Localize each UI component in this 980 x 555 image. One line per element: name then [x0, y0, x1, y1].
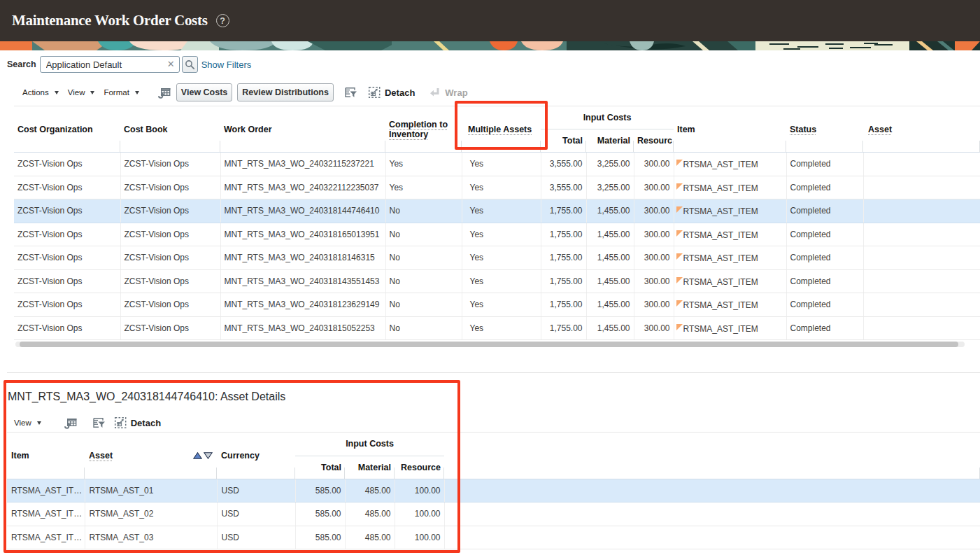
cell-total[interactable]: 585.00: [295, 526, 345, 549]
detail-column-header-material[interactable]: Material: [345, 456, 395, 479]
cell-cost-organization[interactable]: ZCST-Vision Ops: [14, 199, 120, 223]
cell-cost-book[interactable]: ZCST-Vision Ops: [120, 153, 220, 176]
column-header-completion-to-inventory[interactable]: Completion to Inventory: [385, 106, 462, 153]
cell-cost-book[interactable]: ZCST-Vision Ops: [120, 223, 220, 246]
cell-completion-to-inventory[interactable]: Yes: [385, 153, 462, 176]
clear-search-icon[interactable]: ✕: [167, 59, 175, 70]
cell-completion-to-inventory[interactable]: No: [385, 223, 462, 246]
cell-work-order[interactable]: MNT_RTS_MA3_WO_240318123629149: [220, 293, 385, 317]
cell-item[interactable]: RTSMA_AST_ITEM: [674, 269, 786, 293]
cell-status[interactable]: Completed: [786, 246, 863, 270]
cell-work-order[interactable]: MNT_RTS_MA3_WO_24032115237221: [220, 153, 385, 176]
cell-resource[interactable]: 300.00: [634, 176, 674, 199]
help-icon[interactable]: ?: [216, 14, 229, 27]
actions-menu[interactable]: Actions: [22, 88, 59, 97]
cell-status[interactable]: Completed: [786, 176, 863, 199]
detach-label[interactable]: Detach: [385, 87, 415, 98]
work-order-row[interactable]: ZCST-Vision Ops ZCST-Vision Ops MNT_RTS_…: [14, 246, 980, 270]
view-costs-button[interactable]: View Costs: [176, 83, 232, 101]
cell-material[interactable]: 485.00: [345, 479, 395, 503]
detail-column-header-asset[interactable]: Asset: [85, 433, 217, 479]
detail-query-by-example-icon[interactable]: [92, 416, 106, 429]
column-header-item[interactable]: Item: [674, 106, 786, 153]
show-filters-link[interactable]: Show Filters: [201, 59, 252, 70]
cell-asset[interactable]: [863, 316, 980, 340]
cell-item[interactable]: RTSMA_AST_ITEM: [674, 293, 786, 317]
cell-cost-organization[interactable]: ZCST-Vision Ops: [14, 153, 120, 176]
cell-asset[interactable]: [863, 223, 980, 246]
cell-multiple-assets[interactable]: Yes: [462, 199, 541, 223]
export-to-excel-icon[interactable]: [158, 87, 171, 99]
cell-status[interactable]: Completed: [786, 153, 863, 176]
cell-work-order[interactable]: MNT_RTS_MA3_WO_240318144746410: [220, 199, 385, 223]
column-header-asset[interactable]: Asset: [863, 106, 980, 153]
detail-column-header-currency[interactable]: Currency: [217, 433, 295, 479]
work-order-row[interactable]: ZCST-Vision Ops ZCST-Vision Ops MNT_RTS_…: [14, 153, 980, 176]
sort-ascending-icon[interactable]: [193, 452, 202, 459]
cell-completion-to-inventory[interactable]: No: [385, 316, 462, 340]
cell-cost-organization[interactable]: ZCST-Vision Ops: [14, 293, 120, 317]
cell-item[interactable]: RTSMA_AST_ITEM: [674, 316, 786, 340]
cell-completion-to-inventory[interactable]: No: [385, 199, 462, 223]
search-input[interactable]: [40, 56, 180, 73]
cell-material[interactable]: 1,455.00: [586, 246, 634, 270]
detail-column-header-item[interactable]: Item: [7, 433, 85, 479]
cell-multiple-assets[interactable]: Yes: [462, 246, 541, 270]
cell-multiple-assets[interactable]: Yes: [462, 176, 541, 199]
cell-resource[interactable]: 300.00: [634, 316, 674, 340]
format-menu[interactable]: Format: [104, 88, 139, 97]
cell-asset[interactable]: [863, 246, 980, 270]
cell-currency[interactable]: USD: [217, 503, 295, 526]
cell-total[interactable]: 1,755.00: [541, 316, 586, 340]
cell-material[interactable]: 1,455.00: [586, 293, 634, 317]
review-distributions-button[interactable]: Review Distributions: [237, 83, 334, 101]
detail-column-header-resource[interactable]: Resource: [395, 456, 444, 479]
cell-asset[interactable]: RTSMA_AST_01: [85, 479, 217, 503]
cell-material[interactable]: 1,455.00: [586, 199, 634, 223]
cell-multiple-assets[interactable]: Yes: [462, 223, 541, 246]
cell-work-order[interactable]: MNT_RTS_MA3_WO_240318165013951: [220, 223, 385, 246]
cell-asset[interactable]: RTSMA_AST_02: [85, 503, 217, 526]
cell-completion-to-inventory[interactable]: No: [385, 269, 462, 293]
horizontal-scrollbar-thumb[interactable]: [20, 342, 958, 347]
cell-cost-book[interactable]: ZCST-Vision Ops: [120, 269, 220, 293]
cell-resource[interactable]: 100.00: [395, 526, 444, 549]
cell-cost-organization[interactable]: ZCST-Vision Ops: [14, 269, 120, 293]
cell-resource[interactable]: 100.00: [395, 503, 444, 526]
cell-currency[interactable]: USD: [217, 479, 295, 503]
cell-work-order[interactable]: MNT_RTS_MA3_WO_24031815052253: [220, 316, 385, 340]
cell-item[interactable]: RTSMA_AST_ITEM: [674, 176, 786, 199]
cell-total[interactable]: 585.00: [295, 503, 345, 526]
cell-total[interactable]: 1,755.00: [541, 223, 586, 246]
cell-item[interactable]: RTSMA_AST_IT…: [7, 503, 85, 526]
cell-resource[interactable]: 100.00: [395, 479, 444, 503]
cell-multiple-assets[interactable]: Yes: [462, 316, 541, 340]
query-by-example-icon[interactable]: [344, 86, 357, 99]
detach-icon[interactable]: [368, 86, 381, 99]
cell-asset[interactable]: [863, 269, 980, 293]
cell-completion-to-inventory[interactable]: No: [385, 293, 462, 317]
cell-asset[interactable]: [863, 176, 980, 199]
cell-work-order[interactable]: MNT_RTS_MA3_WO_240318143551453: [220, 269, 385, 293]
cell-work-order[interactable]: MNT_RTS_MA3_WO_240322112235037: [220, 176, 385, 199]
cell-item[interactable]: RTSMA_AST_IT…: [7, 526, 85, 549]
cell-item[interactable]: RTSMA_AST_ITEM: [674, 199, 786, 223]
cell-resource[interactable]: 300.00: [634, 269, 674, 293]
cell-total[interactable]: 1,755.00: [541, 293, 586, 317]
cell-status[interactable]: Completed: [786, 316, 863, 340]
cell-work-order[interactable]: MNT_RTS_MA3_WO_24031818146315: [220, 246, 385, 270]
cell-cost-book[interactable]: ZCST-Vision Ops: [120, 176, 220, 199]
work-order-row[interactable]: ZCST-Vision Ops ZCST-Vision Ops MNT_RTS_…: [14, 316, 980, 340]
search-button[interactable]: [182, 56, 198, 73]
cell-cost-organization[interactable]: ZCST-Vision Ops: [14, 246, 120, 270]
cell-completion-to-inventory[interactable]: No: [385, 246, 462, 270]
cell-material[interactable]: 1,455.00: [586, 316, 634, 340]
work-order-row[interactable]: ZCST-Vision Ops ZCST-Vision Ops MNT_RTS_…: [14, 269, 980, 293]
cell-cost-organization[interactable]: ZCST-Vision Ops: [14, 316, 120, 340]
detail-export-to-excel-icon[interactable]: [64, 417, 77, 429]
column-header-total[interactable]: Total: [541, 129, 586, 153]
cell-resource[interactable]: 300.00: [634, 199, 674, 223]
cell-asset[interactable]: [863, 293, 980, 317]
column-header-material[interactable]: Material: [586, 129, 634, 153]
cell-asset[interactable]: [863, 199, 980, 223]
